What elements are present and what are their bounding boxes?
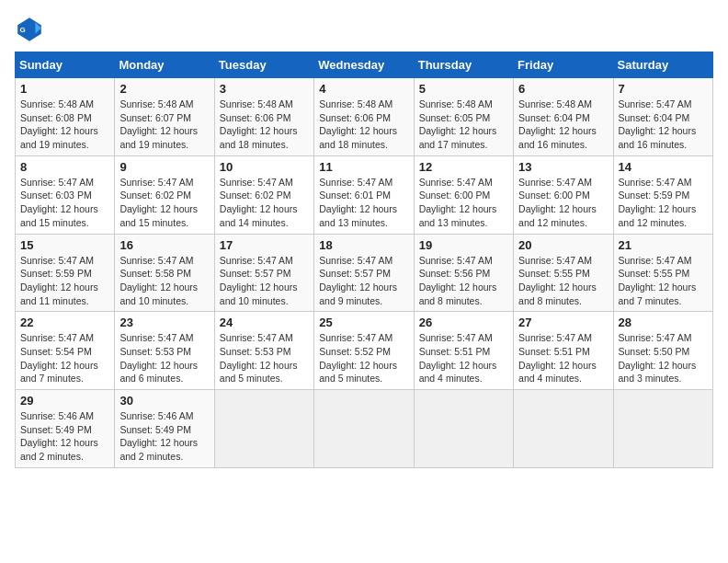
day-number: 10 (220, 160, 309, 174)
day-info: Sunrise: 5:48 AM Sunset: 6:06 PM Dayligh… (220, 98, 309, 152)
day-cell: 25Sunrise: 5:47 AM Sunset: 5:52 PM Dayli… (314, 312, 414, 390)
col-header-wednesday: Wednesday (314, 52, 414, 78)
day-number: 20 (518, 238, 608, 252)
day-number: 7 (619, 82, 708, 96)
day-cell: 5Sunrise: 5:48 AM Sunset: 6:05 PM Daylig… (414, 78, 513, 156)
calendar-table: SundayMondayTuesdayWednesdayThursdayFrid… (15, 52, 713, 468)
day-cell: 26Sunrise: 5:47 AM Sunset: 5:51 PM Dayli… (414, 312, 513, 390)
day-info: Sunrise: 5:47 AM Sunset: 6:00 PM Dayligh… (518, 176, 608, 230)
day-info: Sunrise: 5:47 AM Sunset: 5:59 PM Dayligh… (20, 254, 109, 308)
day-info: Sunrise: 5:47 AM Sunset: 5:54 PM Dayligh… (20, 331, 109, 385)
svg-text:G: G (20, 26, 26, 34)
day-info: Sunrise: 5:46 AM Sunset: 5:49 PM Dayligh… (20, 409, 109, 464)
day-cell: 21Sunrise: 5:47 AM Sunset: 5:55 PM Dayli… (613, 234, 712, 312)
day-cell: 3Sunrise: 5:48 AM Sunset: 6:06 PM Daylig… (214, 78, 313, 156)
day-cell: 19Sunrise: 5:47 AM Sunset: 5:56 PM Dayli… (414, 234, 513, 312)
day-cell: 10Sunrise: 5:47 AM Sunset: 6:02 PM Dayli… (214, 155, 313, 234)
day-cell: 15Sunrise: 5:47 AM Sunset: 5:59 PM Dayli… (16, 234, 115, 312)
day-number: 2 (119, 82, 209, 96)
day-cell: 13Sunrise: 5:47 AM Sunset: 6:00 PM Dayli… (514, 155, 613, 234)
day-info: Sunrise: 5:47 AM Sunset: 5:55 PM Dayligh… (619, 254, 708, 308)
day-cell: 7Sunrise: 5:47 AM Sunset: 6:04 PM Daylig… (613, 78, 712, 156)
day-info: Sunrise: 5:47 AM Sunset: 5:52 PM Dayligh… (319, 331, 408, 385)
day-cell: 8Sunrise: 5:47 AM Sunset: 6:03 PM Daylig… (16, 155, 115, 234)
col-header-friday: Friday (514, 52, 613, 78)
day-number: 25 (319, 316, 408, 329)
calendar-header-row: SundayMondayTuesdayWednesdayThursdayFrid… (16, 52, 713, 78)
day-cell: 30Sunrise: 5:46 AM Sunset: 5:49 PM Dayli… (115, 390, 214, 468)
day-number: 4 (319, 82, 408, 96)
day-info: Sunrise: 5:47 AM Sunset: 6:02 PM Dayligh… (119, 176, 209, 230)
day-info: Sunrise: 5:47 AM Sunset: 5:51 PM Dayligh… (419, 331, 508, 385)
day-number: 22 (20, 316, 109, 329)
week-row-5: 29Sunrise: 5:46 AM Sunset: 5:49 PM Dayli… (16, 390, 713, 468)
day-cell: 6Sunrise: 5:48 AM Sunset: 6:04 PM Daylig… (514, 78, 613, 156)
col-header-monday: Monday (115, 52, 214, 78)
week-row-2: 8Sunrise: 5:47 AM Sunset: 6:03 PM Daylig… (16, 155, 713, 234)
day-cell: 4Sunrise: 5:48 AM Sunset: 6:06 PM Daylig… (314, 78, 414, 156)
day-info: Sunrise: 5:47 AM Sunset: 6:04 PM Dayligh… (619, 98, 708, 152)
day-number: 24 (220, 316, 309, 329)
day-cell: 22Sunrise: 5:47 AM Sunset: 5:54 PM Dayli… (16, 312, 115, 390)
day-number: 17 (220, 238, 309, 252)
day-number: 26 (419, 316, 508, 329)
day-cell: 23Sunrise: 5:47 AM Sunset: 5:53 PM Dayli… (115, 312, 214, 390)
day-cell: 29Sunrise: 5:46 AM Sunset: 5:49 PM Dayli… (16, 390, 115, 468)
day-cell: 20Sunrise: 5:47 AM Sunset: 5:55 PM Dayli… (514, 234, 613, 312)
logo-icon: G (15, 15, 44, 44)
day-number: 8 (20, 160, 109, 174)
day-info: Sunrise: 5:47 AM Sunset: 5:53 PM Dayligh… (220, 331, 309, 385)
col-header-thursday: Thursday (414, 52, 513, 78)
day-number: 16 (119, 238, 209, 252)
day-info: Sunrise: 5:48 AM Sunset: 6:07 PM Dayligh… (119, 98, 209, 152)
col-header-saturday: Saturday (613, 52, 712, 78)
week-row-1: 1Sunrise: 5:48 AM Sunset: 6:08 PM Daylig… (16, 78, 713, 156)
day-info: Sunrise: 5:47 AM Sunset: 6:02 PM Dayligh… (220, 176, 309, 230)
day-cell: 12Sunrise: 5:47 AM Sunset: 6:00 PM Dayli… (414, 155, 513, 234)
day-cell (514, 390, 613, 468)
week-row-4: 22Sunrise: 5:47 AM Sunset: 5:54 PM Dayli… (16, 312, 713, 390)
col-header-tuesday: Tuesday (214, 52, 313, 78)
day-info: Sunrise: 5:47 AM Sunset: 5:53 PM Dayligh… (119, 331, 209, 385)
day-info: Sunrise: 5:47 AM Sunset: 5:57 PM Dayligh… (220, 254, 309, 308)
day-info: Sunrise: 5:47 AM Sunset: 5:58 PM Dayligh… (119, 254, 209, 308)
day-number: 29 (20, 394, 109, 408)
day-cell (613, 390, 712, 468)
day-number: 15 (20, 238, 109, 252)
day-cell: 17Sunrise: 5:47 AM Sunset: 5:57 PM Dayli… (214, 234, 313, 312)
day-info: Sunrise: 5:47 AM Sunset: 5:51 PM Dayligh… (518, 331, 608, 385)
day-cell (414, 390, 513, 468)
day-cell: 11Sunrise: 5:47 AM Sunset: 6:01 PM Dayli… (314, 155, 414, 234)
day-number: 13 (518, 160, 608, 174)
day-cell: 18Sunrise: 5:47 AM Sunset: 5:57 PM Dayli… (314, 234, 414, 312)
day-cell: 27Sunrise: 5:47 AM Sunset: 5:51 PM Dayli… (514, 312, 613, 390)
day-number: 18 (319, 238, 408, 252)
day-info: Sunrise: 5:47 AM Sunset: 5:57 PM Dayligh… (319, 254, 408, 308)
day-info: Sunrise: 5:47 AM Sunset: 5:55 PM Dayligh… (518, 254, 608, 308)
logo: G (15, 15, 48, 44)
day-info: Sunrise: 5:48 AM Sunset: 6:04 PM Dayligh… (518, 98, 608, 152)
day-info: Sunrise: 5:48 AM Sunset: 6:08 PM Dayligh… (20, 98, 109, 152)
header: G (15, 15, 713, 44)
col-header-sunday: Sunday (16, 52, 115, 78)
day-cell: 28Sunrise: 5:47 AM Sunset: 5:50 PM Dayli… (613, 312, 712, 390)
day-number: 28 (619, 316, 708, 329)
day-number: 3 (220, 82, 309, 96)
day-number: 6 (518, 82, 608, 96)
day-info: Sunrise: 5:46 AM Sunset: 5:49 PM Dayligh… (119, 409, 209, 464)
day-cell: 14Sunrise: 5:47 AM Sunset: 5:59 PM Dayli… (613, 155, 712, 234)
day-cell (314, 390, 414, 468)
day-cell (214, 390, 313, 468)
day-number: 23 (119, 316, 209, 329)
day-number: 5 (419, 82, 508, 96)
day-number: 12 (419, 160, 508, 174)
day-number: 11 (319, 160, 408, 174)
day-cell: 24Sunrise: 5:47 AM Sunset: 5:53 PM Dayli… (214, 312, 313, 390)
day-cell: 1Sunrise: 5:48 AM Sunset: 6:08 PM Daylig… (16, 78, 115, 156)
day-number: 21 (619, 238, 708, 252)
day-number: 9 (119, 160, 209, 174)
day-cell: 16Sunrise: 5:47 AM Sunset: 5:58 PM Dayli… (115, 234, 214, 312)
day-info: Sunrise: 5:48 AM Sunset: 6:06 PM Dayligh… (319, 98, 408, 152)
day-info: Sunrise: 5:47 AM Sunset: 5:59 PM Dayligh… (619, 176, 708, 230)
day-info: Sunrise: 5:47 AM Sunset: 6:00 PM Dayligh… (419, 176, 508, 230)
